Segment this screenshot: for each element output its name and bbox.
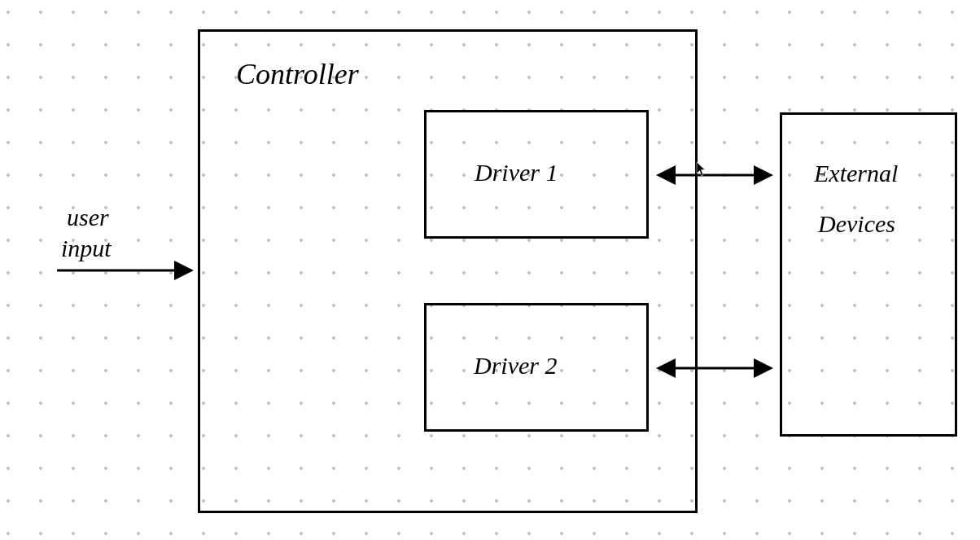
controller-box xyxy=(198,29,698,513)
external-label-line2: Devices xyxy=(818,210,895,238)
user-input-label-line2: input xyxy=(61,235,112,262)
driver1-label: Driver 1 xyxy=(475,159,558,187)
mouse-cursor-icon xyxy=(696,161,707,181)
controller-label: Controller xyxy=(236,57,359,91)
driver2-label: Driver 2 xyxy=(474,352,557,380)
external-label-line1: External xyxy=(814,160,898,187)
user-input-label-line1: user xyxy=(67,204,109,231)
